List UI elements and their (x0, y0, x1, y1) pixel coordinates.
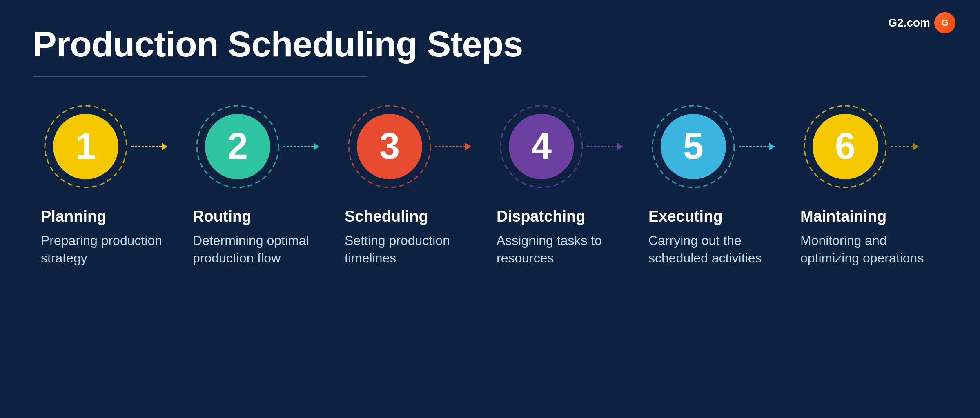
step-1-title: Planning (41, 208, 106, 225)
step-5-desc: Carrying out the scheduled activities (648, 232, 787, 267)
title-divider (33, 76, 368, 77)
step-1-number: 1 (53, 114, 118, 179)
step-4-title: Dispatching (497, 208, 585, 225)
step-4-circle-area: 4 (497, 102, 586, 191)
step-5-title: Executing (648, 208, 723, 225)
steps-container: 1 Planning Preparing production strategy… (33, 102, 947, 267)
step-6-circle-area: 6 (800, 102, 890, 191)
step-1: 1 Planning Preparing production strategy (41, 102, 180, 267)
step-5: 5 Executing Carrying out the scheduled a… (648, 102, 787, 267)
main-container: G2.com G Production Scheduling Steps 1 P… (0, 0, 980, 418)
step-3-number: 3 (357, 114, 422, 179)
step-2-number: 2 (205, 114, 270, 179)
g2-logo: G2.com G (888, 12, 956, 33)
step-2: 2 Routing Determining optimal production… (193, 102, 332, 267)
page-title: Production Scheduling Steps (33, 24, 947, 64)
step-1-circle-area: 1 (41, 102, 131, 191)
step-5-circle-area: 5 (648, 102, 738, 191)
step-4-number: 4 (509, 114, 574, 179)
step-3-desc: Setting production timelines (345, 232, 483, 267)
step-6: 6 Maintaining Monitoring and optimizing … (800, 102, 939, 267)
g2-badge: G (934, 12, 956, 33)
step-4-desc: Assigning tasks to resources (497, 232, 635, 267)
step-3: 3 Scheduling Setting production timeline… (345, 102, 483, 267)
step-1-desc: Preparing production strategy (41, 232, 180, 267)
step-3-circle-area: 3 (345, 102, 434, 191)
step-6-title: Maintaining (800, 208, 886, 225)
step-2-title: Routing (193, 208, 252, 225)
step-6-desc: Monitoring and optimizing operations (800, 232, 939, 267)
step-6-number: 6 (813, 114, 878, 179)
step-2-desc: Determining optimal production flow (193, 232, 332, 267)
g2-text: G2.com (888, 16, 930, 29)
step-5-number: 5 (661, 114, 726, 179)
step-4: 4 Dispatching Assigning tasks to resourc… (497, 102, 635, 267)
step-3-title: Scheduling (345, 208, 428, 225)
step-2-circle-area: 2 (193, 102, 283, 191)
